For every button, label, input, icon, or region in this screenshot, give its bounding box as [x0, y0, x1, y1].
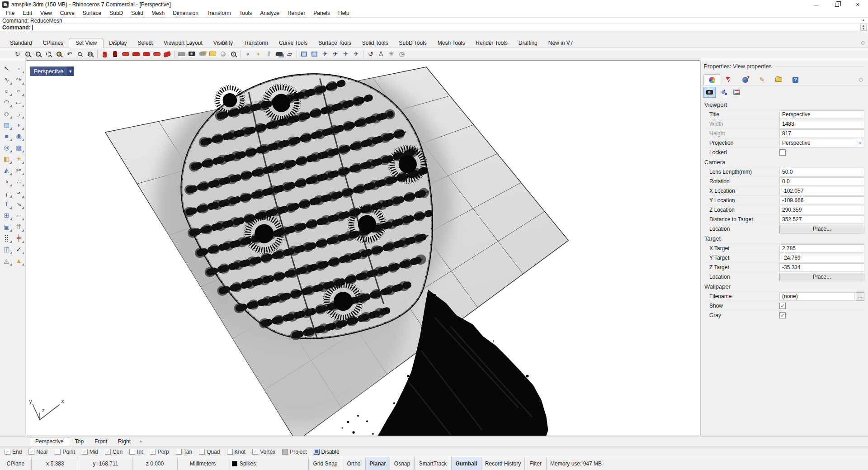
- toolbar-tab-drafting[interactable]: Drafting: [513, 38, 543, 47]
- zoom-2d-icon[interactable]: [228, 49, 239, 59]
- menu-mesh[interactable]: Mesh: [147, 10, 169, 16]
- toolbar-tab-curve-tools[interactable]: Curve Tools: [274, 38, 313, 47]
- osnap-quad[interactable]: Quad: [199, 449, 220, 455]
- properties-tab-icon[interactable]: [703, 74, 720, 85]
- osnap-perp-checkbox[interactable]: ✓: [150, 449, 156, 455]
- point-icon[interactable]: ◦: [14, 63, 24, 74]
- toolbar-tab-standard[interactable]: Standard: [5, 38, 38, 47]
- curve-interpolate-icon[interactable]: ↷: [14, 74, 24, 85]
- osnap-cen[interactable]: ✓Cen: [105, 449, 123, 455]
- osnap-project-checkbox[interactable]: [282, 449, 288, 455]
- sphere-icon[interactable]: ◉: [14, 131, 24, 142]
- camera-target-icon[interactable]: ⌖: [243, 49, 253, 59]
- extrude-icon[interactable]: ⇈: [14, 221, 24, 232]
- osnap-int[interactable]: Int: [129, 449, 143, 455]
- insert-knot-icon[interactable]: ┿: [14, 233, 24, 243]
- osnap-int-checkbox[interactable]: [129, 449, 135, 455]
- frame-properties-icon[interactable]: [731, 87, 743, 98]
- set-view-front-icon[interactable]: [99, 49, 110, 59]
- turntable-icon[interactable]: ↺: [365, 49, 376, 59]
- cone-icon[interactable]: ▲: [14, 255, 24, 266]
- toolbar-tab-new-in-v7[interactable]: New in V7: [543, 38, 579, 47]
- value-field-y-target[interactable]: -24.769: [779, 254, 864, 262]
- osnap-knot-checkbox[interactable]: [227, 449, 233, 455]
- pan-view-icon[interactable]: [2, 49, 12, 59]
- status-osnap[interactable]: Osnap: [390, 457, 415, 470]
- value-field-filename[interactable]: (none): [779, 292, 854, 301]
- globe-tab-icon[interactable]: [737, 74, 754, 85]
- chevron-down-icon[interactable]: ∨: [856, 139, 864, 147]
- toolbar-gear-icon[interactable]: ⚙: [860, 40, 865, 46]
- array-icon[interactable]: ⊞: [1, 210, 12, 221]
- color-wheel-icon[interactable]: ◑: [1, 176, 12, 187]
- panel-options-gear-icon[interactable]: ⚙: [858, 76, 863, 83]
- plan-view-alt-icon[interactable]: [309, 49, 320, 59]
- status-grid-snap[interactable]: Grid Snap: [309, 457, 342, 470]
- menu-analyze[interactable]: Analyze: [256, 10, 283, 16]
- command-scroll-rail[interactable]: ▲ ▲▼: [860, 18, 867, 31]
- primitives-icon[interactable]: ◬: [1, 255, 12, 266]
- clock-rotation-icon[interactable]: ◷: [396, 49, 407, 59]
- viewport-tab-perspective[interactable]: Perspective: [30, 437, 69, 446]
- close-button[interactable]: ✕: [847, 0, 868, 9]
- place-button[interactable]: Place...: [779, 273, 864, 281]
- status-filter[interactable]: Filter: [525, 457, 547, 470]
- rotate-view-icon[interactable]: ↻: [12, 49, 23, 59]
- zoom-selected-icon[interactable]: [43, 49, 54, 59]
- explode-icon[interactable]: ☀: [14, 153, 24, 164]
- named-views-folder-icon[interactable]: [208, 49, 218, 59]
- status-ortho[interactable]: Ortho: [342, 457, 366, 470]
- toolbar-tab-select[interactable]: Select: [132, 38, 158, 47]
- airplane-top-icon[interactable]: ✈: [320, 49, 330, 59]
- set-view-bottom-icon[interactable]: [151, 49, 162, 59]
- osnap-cen-checkbox[interactable]: ✓: [105, 449, 111, 455]
- scroll-up-icon[interactable]: ▲: [862, 18, 865, 21]
- command-input[interactable]: Command:: [0, 24, 868, 31]
- status-record-history[interactable]: Record History: [481, 457, 525, 470]
- toolbar-tab-transform[interactable]: Transform: [238, 38, 274, 47]
- dropdown-projection[interactable]: Perspective: [779, 139, 864, 147]
- status-planar[interactable]: Planar: [366, 457, 390, 470]
- toolbar-tab-cplanes[interactable]: CPlanes: [38, 38, 69, 47]
- osnap-perp[interactable]: ✓Perp: [150, 449, 169, 455]
- value-field-height[interactable]: 817: [779, 129, 864, 138]
- camera-icon[interactable]: [187, 49, 197, 59]
- blend-curve-icon[interactable]: ≈: [14, 187, 24, 198]
- menu-tools[interactable]: Tools: [235, 10, 256, 16]
- set-view-right-icon[interactable]: [141, 49, 151, 59]
- trim-icon[interactable]: ✂: [14, 165, 24, 176]
- status-millimeters[interactable]: Millimeters: [178, 457, 228, 470]
- toolbar-tab-render-tools[interactable]: Render Tools: [470, 38, 513, 47]
- status-cplane[interactable]: CPlane: [0, 457, 32, 470]
- fillet-curve-icon[interactable]: ╭: [1, 187, 12, 198]
- viewport-tab-front[interactable]: Front: [90, 437, 112, 446]
- toolbar-tab-set-view[interactable]: Set View: [69, 38, 104, 48]
- status-spikes[interactable]: Spikes: [228, 457, 309, 470]
- zoom-extents-icon[interactable]: [33, 49, 43, 59]
- curve-corner-icon[interactable]: ◞: [14, 108, 24, 119]
- perspective-viewport[interactable]: y x z Perspective ▼: [26, 60, 700, 436]
- restore-button[interactable]: [826, 0, 847, 9]
- camera-dolly-icon[interactable]: [717, 87, 729, 98]
- set-view-top-icon[interactable]: [120, 49, 131, 59]
- value-field-title[interactable]: Perspective: [779, 110, 864, 119]
- osnap-point-checkbox[interactable]: [55, 449, 61, 455]
- shear-icon[interactable]: ▱: [14, 210, 24, 221]
- menu-view[interactable]: View: [36, 10, 56, 16]
- osnap-point[interactable]: Point: [55, 449, 75, 455]
- viewport-properties-icon[interactable]: [703, 87, 716, 98]
- named-view-icon[interactable]: [176, 49, 187, 59]
- undo-view-icon[interactable]: ↶: [64, 49, 75, 59]
- place-camera-icon[interactable]: ⇩: [264, 49, 274, 59]
- osnap-vertex[interactable]: ✓Vertex: [252, 449, 275, 455]
- box-icon[interactable]: ■: [1, 131, 12, 142]
- checkbox-show[interactable]: ✓: [779, 303, 786, 309]
- osnap-disable[interactable]: Disable: [314, 449, 340, 455]
- menu-help[interactable]: Help: [334, 10, 354, 16]
- status-x-5-383[interactable]: x 5.383: [32, 457, 79, 470]
- select-pointer-icon[interactable]: ↖: [1, 63, 12, 74]
- save-view-icon[interactable]: [197, 49, 208, 59]
- value-field-width[interactable]: 1483: [779, 120, 864, 128]
- torus-icon[interactable]: ◎: [1, 142, 12, 153]
- osnap-mid-checkbox[interactable]: ✓: [82, 449, 88, 455]
